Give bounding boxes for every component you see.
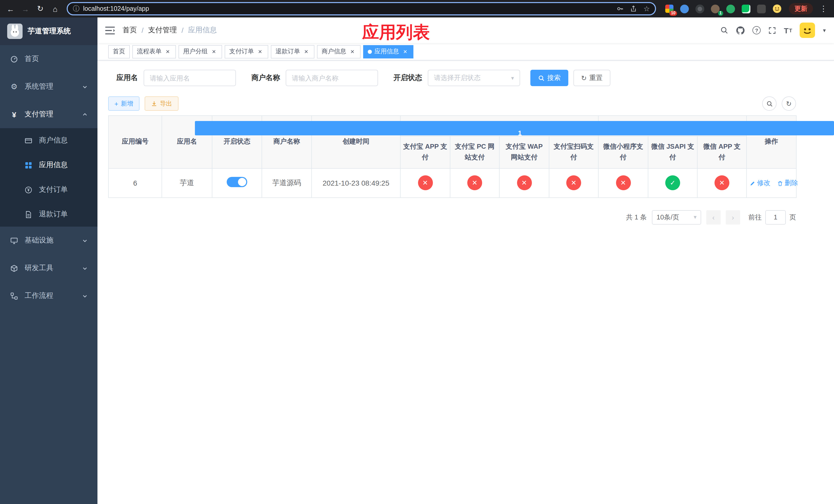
sidebar-item-dev-tools[interactable]: 研发工具 <box>0 254 97 282</box>
active-tab-dot <box>368 49 372 53</box>
bookmark-star-icon[interactable]: ☆ <box>643 5 650 13</box>
sidebar-item-label: 研发工具 <box>25 264 53 273</box>
app-logo[interactable]: 芋道管理系统 <box>0 18 97 45</box>
status-select[interactable]: 请选择开启状态 ▾ <box>428 70 520 86</box>
user-avatar[interactable] <box>800 23 815 38</box>
col-alipay-wap: 支付宝 WAP 网站支付 <box>499 136 549 168</box>
alipay-pc-status-icon: ✕ <box>467 175 482 190</box>
hamburger-icon[interactable] <box>97 26 123 35</box>
app-list-page: 应用名 商户名称 开启状态 请选择开启状态 ▾ 搜索 ↻ 重置 + <box>97 61 834 504</box>
sidebar-item-home[interactable]: 首页 <box>0 45 97 73</box>
chevron-down-icon <box>82 293 88 299</box>
breadcrumb-payment[interactable]: 支付管理 <box>148 26 177 35</box>
add-button[interactable]: + 新增 <box>108 96 139 111</box>
tab-flow-form[interactable]: 流程表单 × <box>132 45 176 58</box>
breadcrumb-current: 应用信息 <box>188 26 217 35</box>
cell-actions: 修改 删除 <box>747 168 796 198</box>
browser-back-icon[interactable]: ← <box>4 2 17 15</box>
extension-avatar-icon[interactable]: 1 <box>710 4 720 14</box>
browser-home-icon[interactable]: ⌂ <box>49 2 62 15</box>
browser-reload-icon[interactable]: ↻ <box>34 2 47 15</box>
tab-label: 用户分组 <box>183 47 208 56</box>
wechat-jsapi-status-icon: ✓ <box>665 175 680 190</box>
tab-label: 流程表单 <box>137 47 161 56</box>
extension-green-circle-icon[interactable] <box>726 4 736 14</box>
grid-icon <box>24 161 33 169</box>
tab-merchant-info[interactable]: 商户信息 × <box>317 45 360 58</box>
prev-page-button[interactable]: ‹ <box>706 210 721 224</box>
app-name-input[interactable] <box>144 70 236 86</box>
delete-link[interactable]: 删除 <box>777 178 798 187</box>
github-icon[interactable] <box>736 26 745 35</box>
help-icon[interactable]: ? <box>752 26 761 35</box>
close-icon[interactable]: × <box>303 48 310 55</box>
breadcrumb: 首页 / 支付管理 / 应用信息 <box>123 26 217 35</box>
toggle-search-button[interactable] <box>762 96 776 111</box>
workflow-icon <box>10 292 19 300</box>
tab-label: 首页 <box>113 47 125 56</box>
extension-puzzle-icon[interactable] <box>756 4 766 14</box>
edit-link[interactable]: 修改 <box>749 178 770 187</box>
extension-grid-icon[interactable]: 10 <box>664 4 674 14</box>
alipay-app-status-icon: ✕ <box>418 175 433 190</box>
extension-wechat-icon[interactable] <box>741 4 751 14</box>
share-icon[interactable] <box>630 5 637 12</box>
app-name-label: 应用名 <box>116 73 138 83</box>
credit-card-icon <box>24 137 33 144</box>
sidebar-item-workflow[interactable]: 工作流程 <box>0 282 97 310</box>
sidebar-item-system[interactable]: ⚙ 系统管理 <box>0 73 97 100</box>
alipay-qr-status-icon: ✕ <box>566 175 581 190</box>
tab-app-info[interactable]: 应用信息 × <box>363 45 413 58</box>
password-key-icon[interactable] <box>617 5 624 12</box>
reset-button[interactable]: ↻ 重置 <box>573 70 610 86</box>
merchant-name-label: 商户名称 <box>251 73 280 83</box>
sidebar-item-app-info[interactable]: 应用信息 <box>0 153 97 177</box>
sidebar-item-infra[interactable]: 基础设施 <box>0 227 97 254</box>
sidebar-item-merchant-info[interactable]: 商户信息 <box>0 128 97 153</box>
cube-icon <box>10 264 19 272</box>
browser-menu-icon[interactable]: ⋮ <box>817 2 830 15</box>
export-button[interactable]: 导出 <box>145 96 178 111</box>
wechat-lite-status-icon: ✕ <box>616 175 631 190</box>
chevron-down-icon[interactable]: ▾ <box>823 27 826 33</box>
refresh-table-button[interactable]: ↻ <box>782 96 796 111</box>
search-icon[interactable] <box>720 26 728 35</box>
tab-pay-order[interactable]: 支付订单 × <box>225 45 268 58</box>
tab-home[interactable]: 首页 <box>108 45 130 58</box>
chevron-down-icon <box>82 238 88 243</box>
chevron-down-icon: ▾ <box>511 75 514 81</box>
sidebar-item-refund-order[interactable]: 退款订单 <box>0 202 97 227</box>
extension-dark-icon[interactable] <box>695 4 705 14</box>
tab-user-group[interactable]: 用户分组 × <box>178 45 222 58</box>
merchant-name-input[interactable] <box>286 70 378 86</box>
goto-page-input[interactable] <box>765 210 786 224</box>
browser-update-button[interactable]: 更新 <box>789 3 813 14</box>
extension-emoji-icon[interactable] <box>772 4 782 14</box>
search-form: 应用名 商户名称 开启状态 请选择开启状态 ▾ 搜索 ↻ 重置 <box>116 70 834 86</box>
sidebar-item-label: 工作流程 <box>25 291 53 300</box>
browser-forward-icon[interactable]: → <box>19 2 32 15</box>
font-size-icon[interactable]: TT <box>784 26 792 35</box>
breadcrumb-home[interactable]: 首页 <box>123 26 137 35</box>
address-bar[interactable]: ⓘ localhost:1024/pay/app ☆ <box>67 2 656 15</box>
search-button[interactable]: 搜索 <box>530 70 568 86</box>
page-size-select[interactable]: 10条/页 ▾ <box>652 210 701 224</box>
next-page-button[interactable]: › <box>726 210 740 224</box>
close-icon[interactable]: × <box>349 48 356 55</box>
sidebar-item-payment[interactable]: ¥ 支付管理 <box>0 100 97 128</box>
close-icon[interactable]: × <box>164 48 171 55</box>
page-info-icon[interactable]: ⓘ <box>73 4 80 13</box>
close-icon[interactable]: × <box>402 48 409 55</box>
close-icon[interactable]: × <box>257 48 264 55</box>
col-alipay-qr: 支付宝扫码支付 <box>549 136 598 168</box>
tab-label: 支付订单 <box>229 47 254 56</box>
page-1-button[interactable]: 1 <box>195 121 834 135</box>
tab-refund-order[interactable]: 退款订单 × <box>271 45 314 58</box>
extension-blue-icon[interactable] <box>680 4 689 14</box>
close-icon[interactable]: × <box>210 48 218 55</box>
logo-avatar <box>7 24 23 39</box>
toolbar-right-actions: ↻ <box>762 96 796 111</box>
fullscreen-icon[interactable] <box>768 26 776 34</box>
status-toggle[interactable] <box>227 177 247 187</box>
sidebar-item-pay-order[interactable]: 支付订单 <box>0 177 97 202</box>
